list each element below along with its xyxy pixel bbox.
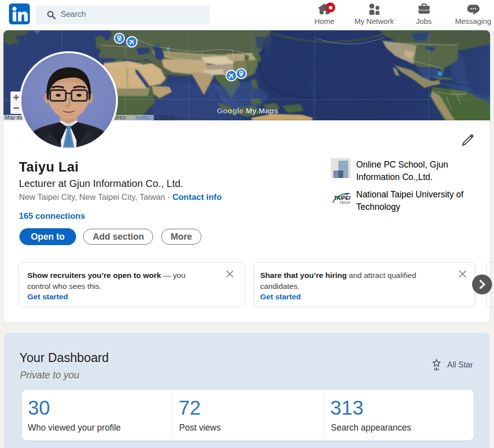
- svg-text:Google: Google: [217, 106, 244, 115]
- svg-text:Terms: Terms: [135, 114, 149, 120]
- svg-text:Map da: Map da: [5, 114, 22, 120]
- svg-text:My Maps: My Maps: [246, 106, 278, 115]
- svg-text:2,000 km: 2,000 km: [155, 114, 176, 120]
- svg-text:TECH: TECH: [339, 200, 350, 204]
